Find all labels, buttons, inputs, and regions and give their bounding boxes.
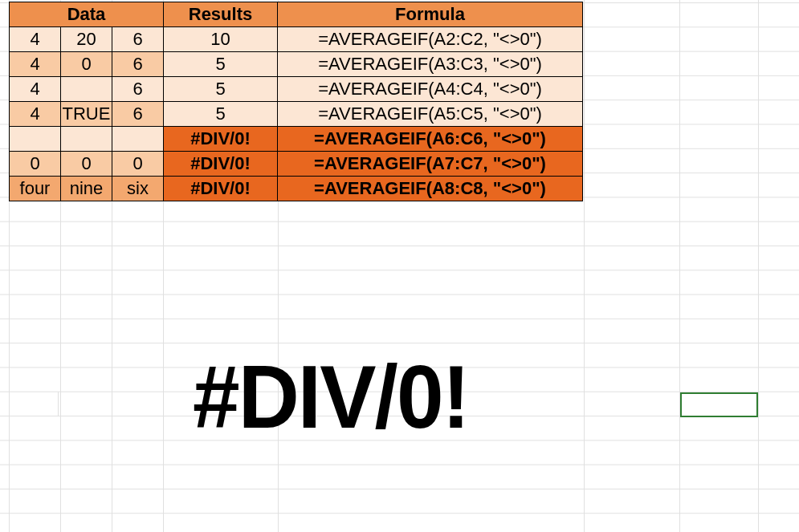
spreadsheet-table[interactable]: Data Results Formula 420610=AVERAGEIF(A2… bbox=[9, 2, 583, 201]
cell-data[interactable]: 4 bbox=[10, 77, 61, 102]
header-data[interactable]: Data bbox=[10, 2, 164, 27]
gridline bbox=[679, 0, 680, 532]
cell-formula[interactable]: =AVERAGEIF(A5:C5, "<>0") bbox=[278, 102, 583, 127]
cell-data[interactable]: four bbox=[10, 177, 61, 201]
cell-data[interactable]: 6 bbox=[112, 102, 164, 127]
cell-result[interactable]: #DIV/0! bbox=[164, 127, 278, 152]
cell-data[interactable]: 0 bbox=[61, 152, 112, 177]
cell-result[interactable]: 10 bbox=[164, 27, 278, 52]
table-row: 4TRUE65=AVERAGEIF(A5:C5, "<>0") bbox=[10, 102, 583, 127]
cell-data[interactable] bbox=[61, 127, 112, 152]
cell-data[interactable]: 6 bbox=[112, 77, 164, 102]
cell-formula[interactable]: =AVERAGEIF(A2:C2, "<>0") bbox=[278, 27, 583, 52]
cell-formula[interactable]: =AVERAGEIF(A8:C8, "<>0") bbox=[278, 177, 583, 201]
cell-formula[interactable]: =AVERAGEIF(A3:C3, "<>0") bbox=[278, 52, 583, 77]
header-row: Data Results Formula bbox=[10, 2, 583, 27]
cell-data[interactable]: 4 bbox=[10, 52, 61, 77]
active-row-indicator bbox=[9, 392, 59, 416]
header-formula[interactable]: Formula bbox=[278, 2, 583, 27]
table-row: 4065=AVERAGEIF(A3:C3, "<>0") bbox=[10, 52, 583, 77]
table-row: 000#DIV/0!=AVERAGEIF(A7:C7, "<>0") bbox=[10, 152, 583, 177]
cell-result[interactable]: #DIV/0! bbox=[164, 177, 278, 201]
data-table-region: Data Results Formula 420610=AVERAGEIF(A2… bbox=[9, 2, 583, 201]
header-results[interactable]: Results bbox=[164, 2, 278, 27]
cell-formula[interactable]: =AVERAGEIF(A4:C4, "<>0") bbox=[278, 77, 583, 102]
gridline bbox=[584, 0, 585, 532]
big-error-text: #DIV/0! bbox=[193, 345, 469, 449]
cell-data[interactable] bbox=[112, 127, 164, 152]
cell-result[interactable]: 5 bbox=[164, 52, 278, 77]
cell-data[interactable]: 4 bbox=[10, 102, 61, 127]
cell-formula[interactable]: =AVERAGEIF(A6:C6, "<>0") bbox=[278, 127, 583, 152]
cell-data[interactable]: 4 bbox=[10, 27, 61, 52]
cell-result[interactable]: 5 bbox=[164, 77, 278, 102]
cell-data[interactable]: 0 bbox=[61, 52, 112, 77]
cell-data[interactable]: six bbox=[112, 177, 164, 201]
cell-result[interactable]: 5 bbox=[164, 102, 278, 127]
cell-result[interactable]: #DIV/0! bbox=[164, 152, 278, 177]
cell-data[interactable]: 6 bbox=[112, 52, 164, 77]
cell-data[interactable]: 20 bbox=[61, 27, 112, 52]
table-row: #DIV/0!=AVERAGEIF(A6:C6, "<>0") bbox=[10, 127, 583, 152]
table-row: 420610=AVERAGEIF(A2:C2, "<>0") bbox=[10, 27, 583, 52]
cell-data[interactable]: nine bbox=[61, 177, 112, 201]
cell-data[interactable]: 0 bbox=[112, 152, 164, 177]
table-row: 465=AVERAGEIF(A4:C4, "<>0") bbox=[10, 77, 583, 102]
cell-data[interactable]: TRUE bbox=[61, 102, 112, 127]
cell-formula[interactable]: =AVERAGEIF(A7:C7, "<>0") bbox=[278, 152, 583, 177]
gridline bbox=[758, 0, 759, 532]
cell-data[interactable]: 0 bbox=[10, 152, 61, 177]
cell-data[interactable]: 6 bbox=[112, 27, 164, 52]
cell-data[interactable] bbox=[10, 127, 61, 152]
table-row: fourninesix#DIV/0!=AVERAGEIF(A8:C8, "<>0… bbox=[10, 177, 583, 201]
cell-data[interactable] bbox=[61, 77, 112, 102]
